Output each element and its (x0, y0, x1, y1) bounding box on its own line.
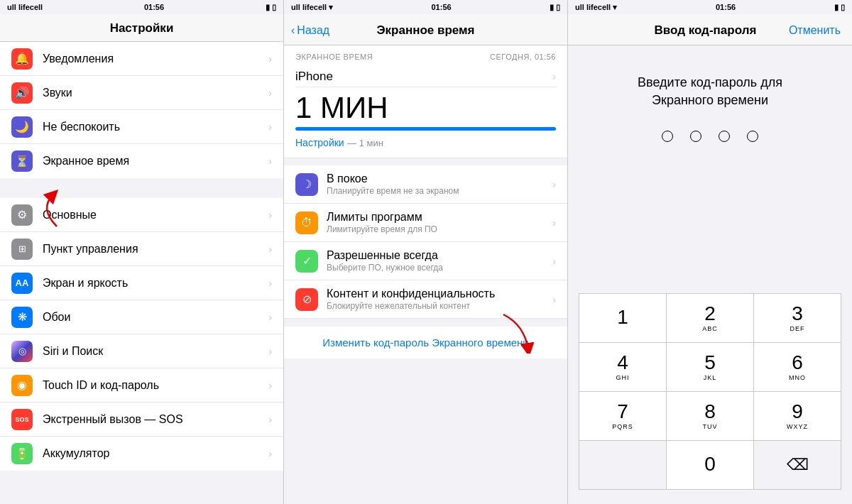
alwaysallowed-icon: ✓ (295, 250, 318, 273)
screentime-content: ЭКРАННОЕ ВРЕМЯ Сегодня, 01:56 iPhone › 1… (284, 45, 567, 504)
passcode-dots (662, 131, 758, 142)
key-9[interactable]: 9 WXYZ (754, 392, 841, 440)
settings-row-general[interactable]: ⚙ Основные › (0, 198, 283, 232)
key-2[interactable]: 2 ABC (667, 294, 753, 342)
applimits-chevron: › (552, 217, 556, 229)
dot-1 (662, 131, 673, 142)
general-chevron: › (268, 209, 272, 221)
touchid-label: Touch ID и код-пароль (43, 379, 268, 392)
downtime-chevron: › (552, 179, 556, 190)
st-section-label: ЭКРАННОЕ ВРЕМЯ Сегодня, 01:56 (295, 53, 556, 61)
st-row-applimits[interactable]: ⏱ Лимиты программ Лимитируйте время для … (284, 204, 567, 242)
key-4[interactable]: 4 GHI (579, 343, 666, 391)
siri-label: Siri и Поиск (43, 345, 268, 358)
battery-icons-2: ▮ ▯ (550, 3, 560, 12)
st-device-row[interactable]: iPhone › (295, 64, 556, 87)
key-8[interactable]: 8 TUV (667, 392, 753, 440)
screentime-chevron: › (268, 155, 272, 167)
st-row-downtime[interactable]: ☽ В покое Планируйте время не за экраном… (284, 165, 567, 204)
st-row-contentprivacy[interactable]: ⊘ Контент и конфиденциальность Блокируйт… (284, 280, 567, 319)
sos-icon: SOS (11, 409, 33, 430)
donotdisturb-label: Не беспокоить (43, 121, 268, 133)
st-section-gap (284, 158, 567, 165)
settings-row-donotdisturb[interactable]: 🌙 Не беспокоить › (0, 110, 283, 144)
settings-row-display[interactable]: AA Экран и яркость › (0, 266, 283, 300)
battery-icons-3: ▮ ▯ (834, 3, 845, 12)
settings-row-screentime[interactable]: ⏳ Экранное время › (0, 144, 283, 178)
settings-title: Настройки (110, 21, 174, 35)
key-6[interactable]: 6 MNO (754, 343, 841, 391)
controlcenter-label: Пункт управления (43, 243, 268, 256)
st-device-name: iPhone (295, 70, 333, 84)
back-label: Назад (297, 24, 329, 37)
carrier-2: ull lifecell ▾ (291, 3, 333, 12)
key-empty (579, 441, 666, 489)
settings-row-touchid[interactable]: ◉ Touch ID и код-пароль › (0, 368, 283, 402)
key-5[interactable]: 5 JKL (667, 343, 753, 391)
settings-group-2: ⚙ Основные › ⊞ Пункт упр (0, 198, 283, 471)
display-icon: AA (11, 273, 33, 294)
display-chevron: › (268, 278, 272, 289)
time-3: 01:56 (716, 3, 736, 11)
contentprivacy-icon: ⊘ (295, 288, 318, 311)
st-device-chevron: › (552, 71, 556, 82)
settings-row-siri[interactable]: ◎ Siri и Поиск › (0, 334, 283, 368)
wallpaper-icon: ❋ (11, 307, 33, 328)
key-0[interactable]: 0 (667, 441, 753, 489)
time-2: 01:56 (431, 3, 451, 11)
panel-passcode: ull lifecell ▾ 01:56 ▮ ▯ Ввод код-пароля… (568, 0, 852, 504)
controlcenter-icon: ⊞ (11, 239, 33, 260)
sos-chevron: › (268, 414, 272, 425)
settings-group-1: 🔔 Уведомления › 🔊 Звуки › 🌙 Не беспокоит… (0, 42, 283, 178)
donotdisturb-icon: 🌙 (11, 116, 33, 138)
wallpaper-label: Обои (43, 311, 268, 324)
display-label: Экран и яркость (43, 277, 268, 290)
status-bar-3: ull lifecell ▾ 01:56 ▮ ▯ (568, 0, 852, 14)
passcode-nav-header: Ввод код-пароля Отменить (568, 14, 852, 45)
notifications-label: Уведомления (43, 53, 268, 65)
carrier-3: ull lifecell ▾ (575, 3, 617, 12)
settings-row-battery[interactable]: 🔋 Аккумулятор › (0, 437, 283, 471)
back-chevron-icon: ‹ (291, 24, 295, 37)
key-delete[interactable]: ⌫ (754, 441, 841, 489)
key-3[interactable]: 3 DEF (754, 294, 841, 342)
notifications-icon: 🔔 (11, 48, 33, 70)
st-list: ☽ В покое Планируйте время не за экраном… (284, 165, 567, 319)
status-bar-1: ull lifecell 01:56 ▮ ▯ (0, 0, 283, 14)
delete-icon: ⌫ (787, 457, 809, 473)
settings-row-wallpaper[interactable]: ❋ Обои › (0, 300, 283, 334)
dot-4 (747, 131, 758, 142)
settings-row-controlcenter[interactable]: ⊞ Пункт управления › (0, 232, 283, 266)
sounds-chevron: › (268, 87, 272, 99)
controlcenter-chevron: › (268, 243, 272, 255)
carrier-1: ull lifecell (7, 3, 43, 11)
key-1[interactable]: 1 (579, 294, 666, 342)
downtime-text: В покое Планируйте время не за экраном (327, 172, 552, 196)
dot-3 (719, 131, 730, 142)
settings-row-notifications[interactable]: 🔔 Уведомления › (0, 42, 283, 76)
screentime-label: Экранное время (43, 155, 268, 168)
siri-chevron: › (268, 346, 272, 357)
back-button[interactable]: ‹ Назад (291, 24, 329, 37)
passcode-nav-title: Ввод код-пароля (655, 23, 757, 38)
screentime-title: Экранное время (376, 23, 474, 38)
passcode-area: Введите код-пароль дляЭкранного времени … (568, 45, 852, 504)
st-time-display: 1 МИН (295, 93, 556, 123)
st-row-alwaysallowed[interactable]: ✓ Разрешенные всегда Выберите ПО, нужное… (284, 242, 567, 280)
cancel-button[interactable]: Отменить (789, 24, 841, 37)
downtime-icon: ☽ (295, 173, 318, 196)
settings-list: 🔔 Уведомления › 🔊 Звуки › 🌙 Не беспокоит… (0, 42, 283, 504)
contentprivacy-text: Контент и конфиденциальность Блокируйте … (327, 287, 552, 311)
general-icon: ⚙ (11, 204, 33, 226)
battery-icon: 🔋 (11, 443, 33, 464)
screentime-header-card: ЭКРАННОЕ ВРЕМЯ Сегодня, 01:56 iPhone › 1… (284, 45, 567, 158)
change-passcode-link[interactable]: Изменить код-пароль Экранного времени (295, 336, 556, 349)
key-7[interactable]: 7 PQRS (579, 392, 666, 440)
st-settings-link[interactable]: Настройки — 1 мин (295, 136, 556, 149)
settings-row-sounds[interactable]: 🔊 Звуки › (0, 76, 283, 110)
settings-row-sos[interactable]: SOS Экстренный вызов — SOS › (0, 402, 283, 437)
contentprivacy-chevron: › (552, 294, 556, 305)
notifications-chevron: › (268, 53, 272, 65)
touchid-icon: ◉ (11, 375, 33, 396)
battery-label: Аккумулятор (43, 447, 268, 460)
